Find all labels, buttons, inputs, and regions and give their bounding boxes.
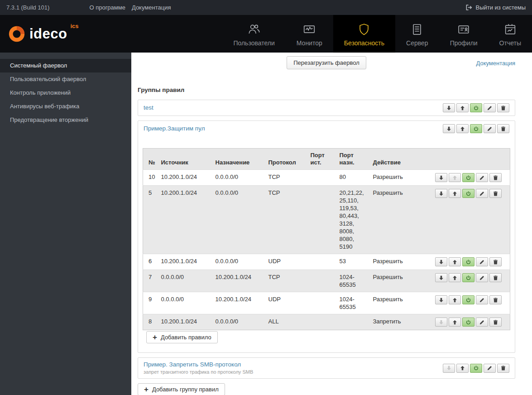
move-up-button[interactable] xyxy=(449,273,461,282)
delete-group-button[interactable] xyxy=(497,364,509,373)
move-down-button[interactable] xyxy=(435,318,447,327)
nav-tab-users[interactable]: Пользователи xyxy=(222,15,285,53)
rule-source: 10.200.1.0/24 xyxy=(158,170,213,186)
sidebar-item-app-control[interactable]: Контроль приложений xyxy=(0,86,131,100)
rule-src-port xyxy=(308,314,337,330)
group-title-link[interactable]: test xyxy=(144,104,153,111)
add-rule-button[interactable]: + Добавить правило xyxy=(146,331,218,343)
move-down-button[interactable] xyxy=(435,189,447,198)
logout-link[interactable]: Выйти из системы xyxy=(465,4,526,11)
delete-rule-button[interactable] xyxy=(489,295,502,304)
reload-firewall-button[interactable]: Перезагрузить фаервол xyxy=(287,56,366,69)
toggle-rule-button[interactable] xyxy=(462,173,474,182)
toggle-group-button[interactable] xyxy=(470,103,482,112)
move-up-button[interactable] xyxy=(449,257,461,266)
rule-protocol: TCP xyxy=(266,170,308,186)
toggle-rule-button[interactable] xyxy=(462,318,474,327)
arrow-down-icon xyxy=(439,175,444,180)
move-up-button[interactable] xyxy=(449,189,461,198)
documentation-link[interactable]: Документация xyxy=(476,60,516,67)
edit-rule-button[interactable] xyxy=(476,257,488,266)
sidebar-item-intrusion-prevention[interactable]: Предотвращение вторжений xyxy=(0,113,131,127)
delete-rule-button[interactable] xyxy=(489,189,502,198)
move-up-button[interactable] xyxy=(456,124,469,133)
toggle-rule-button[interactable] xyxy=(462,257,474,266)
col-header-source: Источник xyxy=(158,149,213,170)
trash-icon xyxy=(493,175,498,180)
nav-tab-monitor[interactable]: Монитор xyxy=(286,15,333,53)
move-up-button[interactable] xyxy=(456,103,469,112)
nav-tab-server[interactable]: Сервер xyxy=(395,15,439,53)
group-title-link[interactable]: Пример. Запретить SMB-протокол xyxy=(144,361,253,368)
move-down-button[interactable] xyxy=(435,173,447,182)
sidebar-item-web-antivirus[interactable]: Антивирусы веб-трафика xyxy=(0,100,131,113)
delete-rule-button[interactable] xyxy=(489,173,502,182)
sidebar-item-user-firewall[interactable]: Пользовательский фаервол xyxy=(0,72,131,86)
move-down-button[interactable] xyxy=(435,273,447,282)
toggle-rule-button[interactable] xyxy=(462,189,474,198)
toggle-rule-button[interactable] xyxy=(462,273,474,282)
toggle-group-button[interactable] xyxy=(470,364,482,373)
edit-rule-button[interactable] xyxy=(476,273,488,282)
rule-num: 7 xyxy=(143,270,158,292)
sidebar: Системный фаервол Пользовательский фаерв… xyxy=(0,53,131,395)
delete-rule-button[interactable] xyxy=(489,273,502,282)
arrow-down-icon xyxy=(439,298,444,303)
rule-num: 5 xyxy=(143,186,158,254)
add-group-button[interactable]: + Добавить группу правил xyxy=(138,383,225,395)
power-icon xyxy=(466,320,471,325)
arrow-down-icon xyxy=(446,126,451,131)
add-rule-label: Добавить правило xyxy=(161,334,211,341)
edit-rule-button[interactable] xyxy=(476,295,488,304)
move-up-button[interactable] xyxy=(449,318,461,327)
col-header-action: Действие xyxy=(370,149,430,170)
sidebar-item-system-firewall[interactable]: Системный фаервол xyxy=(0,59,131,72)
rule-row: 5 10.200.1.0/24 0.0.0.0/0 TCP 20,21,22, … xyxy=(143,186,510,254)
toggle-group-button[interactable] xyxy=(470,124,482,133)
move-up-button[interactable] xyxy=(449,295,461,304)
rule-row: 9 0.0.0.0/0 10.200.1.0/24 UDP 1024-65535… xyxy=(143,292,510,314)
delete-group-button[interactable] xyxy=(497,103,509,112)
move-down-button[interactable] xyxy=(443,103,455,112)
delete-rule-button[interactable] xyxy=(489,318,502,327)
trash-icon xyxy=(493,191,498,196)
rule-protocol: UDP xyxy=(266,292,308,314)
edit-rule-button[interactable] xyxy=(476,189,488,198)
edit-group-button[interactable] xyxy=(484,103,496,112)
move-up-button[interactable] xyxy=(449,173,461,182)
move-up-button[interactable] xyxy=(456,364,469,373)
rule-actions xyxy=(435,273,502,282)
nav-tab-profiles[interactable]: Профили xyxy=(439,15,489,53)
col-header-src-port: Порт ист. xyxy=(308,149,337,170)
move-down-button[interactable] xyxy=(435,295,447,304)
rule-dst-port: 1024-65535 xyxy=(337,292,370,314)
toggle-rule-button[interactable] xyxy=(462,295,474,304)
topbar-documentation-link[interactable]: Документация xyxy=(132,4,171,11)
power-icon xyxy=(466,175,471,180)
col-header-num: № xyxy=(143,149,158,170)
logo: idecoics xyxy=(7,15,79,53)
power-icon xyxy=(466,275,471,280)
delete-group-button[interactable] xyxy=(497,124,509,133)
move-down-button[interactable] xyxy=(443,364,455,373)
rule-row: 8 10.200.1.0/24 0.0.0.0/0 ALL Запретить xyxy=(143,314,510,330)
about-link[interactable]: О программе xyxy=(89,4,125,11)
edit-group-button[interactable] xyxy=(484,124,496,133)
rule-row: 10 10.200.1.0/24 0.0.0.0/0 TCP 80 Разреш… xyxy=(143,170,510,186)
nav-tab-reports[interactable]: Отчеты xyxy=(489,15,532,53)
group-subtitle: запрет транзитного трафика по протоколу … xyxy=(144,369,253,375)
move-down-button[interactable] xyxy=(435,257,447,266)
edit-group-button[interactable] xyxy=(484,364,496,373)
rule-action: Запретить xyxy=(370,314,430,330)
group-title-link[interactable]: Пример.Защитим пул xyxy=(144,125,205,132)
move-down-button[interactable] xyxy=(443,124,455,133)
edit-rule-button[interactable] xyxy=(476,173,488,182)
groups-heading: Группы правил xyxy=(138,87,515,93)
nav-tab-security[interactable]: Безопасность xyxy=(333,15,395,53)
rule-num: 8 xyxy=(143,314,158,330)
delete-rule-button[interactable] xyxy=(489,257,502,266)
arrow-up-icon xyxy=(452,191,457,196)
arrow-down-icon xyxy=(446,366,451,371)
arrow-down-icon xyxy=(439,260,444,265)
edit-rule-button[interactable] xyxy=(476,318,488,327)
